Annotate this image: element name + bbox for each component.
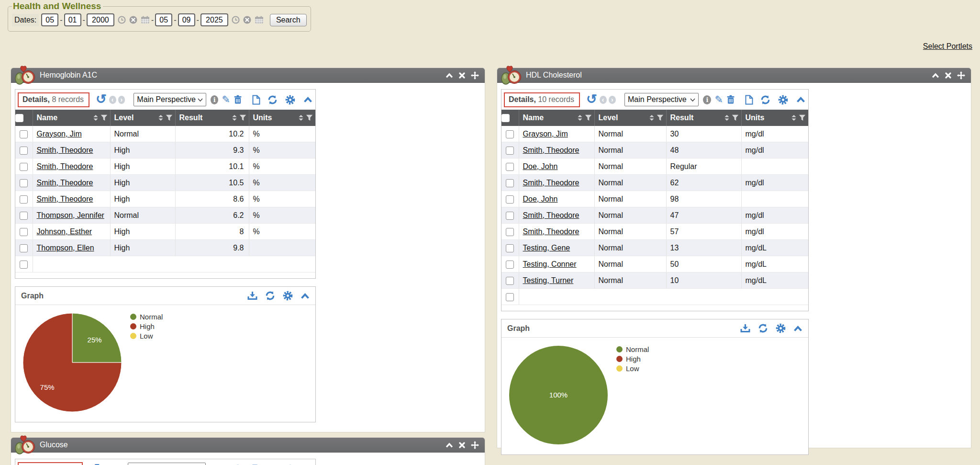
clock-icon[interactable] <box>232 16 240 24</box>
to-month-input[interactable] <box>155 13 172 26</box>
from-day-input[interactable] <box>64 13 81 26</box>
settings-gear-icon[interactable] <box>776 323 786 333</box>
patient-name-link[interactable]: Smith, Theodore <box>523 146 579 154</box>
info-icon[interactable]: i <box>703 95 711 104</box>
refresh-icon[interactable] <box>267 95 278 105</box>
patient-name-link[interactable]: Smith, Theodore <box>523 211 579 219</box>
row-checkbox[interactable] <box>20 261 28 269</box>
row-checkbox[interactable] <box>20 212 28 220</box>
from-year-input[interactable] <box>87 13 114 26</box>
row-checkbox[interactable] <box>20 147 28 155</box>
refresh-icon[interactable] <box>758 323 768 333</box>
to-day-input[interactable] <box>178 13 195 26</box>
delete-icon[interactable] <box>234 95 242 104</box>
previous-icon[interactable]: ‹ <box>109 96 116 104</box>
column-header-result[interactable]: Result <box>175 110 249 126</box>
close-portlet-icon[interactable] <box>945 72 951 79</box>
patient-name-link[interactable]: Smith, Theodore <box>523 179 579 187</box>
clock-icon[interactable] <box>118 16 126 24</box>
row-checkbox[interactable] <box>506 163 514 171</box>
patient-name-link[interactable]: Grayson, Jim <box>523 130 568 138</box>
row-checkbox[interactable] <box>506 277 514 285</box>
column-header-units[interactable]: Units <box>741 110 808 126</box>
patient-name-link[interactable]: Smith, Theodore <box>37 162 93 170</box>
perspective-select[interactable] <box>128 463 205 465</box>
row-checkbox[interactable] <box>20 163 28 171</box>
search-button[interactable]: Search <box>270 14 307 26</box>
column-header-level[interactable]: Level <box>594 110 666 126</box>
patient-name-link[interactable]: Testing, Turner <box>523 276 574 284</box>
select-all-checkbox[interactable] <box>501 114 510 122</box>
next-icon[interactable]: › <box>609 96 616 104</box>
row-checkbox[interactable] <box>506 228 514 236</box>
settings-gear-icon[interactable] <box>778 95 788 105</box>
edit-icon[interactable]: ✎ <box>222 94 230 105</box>
patient-name-link[interactable]: Doe, John <box>523 195 558 203</box>
patient-name-link[interactable]: Thompson, Jennifer <box>37 211 104 219</box>
patient-name-link[interactable]: Johnson, Esther <box>37 227 92 236</box>
patient-name-link[interactable]: Smith, Theodore <box>37 179 93 187</box>
new-page-icon[interactable] <box>745 95 753 105</box>
move-portlet-icon[interactable] <box>471 441 479 449</box>
calendar-icon[interactable] <box>255 16 264 24</box>
select-portlets-link[interactable]: Select Portlets <box>923 42 972 51</box>
edit-icon[interactable]: ✎ <box>714 94 723 105</box>
row-checkbox[interactable] <box>20 228 28 236</box>
info-icon[interactable]: i <box>211 95 219 104</box>
collapse-section-icon[interactable] <box>796 97 805 102</box>
patient-name-link[interactable]: Smith, Theodore <box>523 227 579 236</box>
patient-name-link[interactable]: Smith, Theodore <box>37 146 93 154</box>
settings-gear-icon[interactable] <box>283 291 293 301</box>
delete-icon[interactable] <box>726 95 735 104</box>
previous-icon[interactable]: ‹ <box>600 96 607 104</box>
patient-name-link[interactable]: Grayson, Jim <box>37 130 82 138</box>
collapse-section-icon[interactable] <box>793 326 802 331</box>
row-checkbox[interactable] <box>506 179 514 187</box>
calendar-icon[interactable] <box>141 16 150 24</box>
from-month-input[interactable] <box>41 13 58 26</box>
row-checkbox[interactable] <box>506 244 514 252</box>
row-checkbox[interactable] <box>506 147 514 155</box>
row-checkbox[interactable] <box>506 293 514 301</box>
row-checkbox[interactable] <box>506 195 514 204</box>
column-header-result[interactable]: Result <box>666 110 741 126</box>
collapse-section-icon[interactable] <box>301 293 310 299</box>
download-icon[interactable] <box>247 291 257 300</box>
collapse-portlet-icon[interactable] <box>932 73 939 78</box>
undo-icon[interactable]: ↺ <box>96 94 107 104</box>
row-checkbox[interactable] <box>506 261 514 269</box>
clear-date-icon[interactable] <box>129 16 137 24</box>
clear-date-icon[interactable] <box>243 16 251 24</box>
new-page-icon[interactable] <box>252 95 260 105</box>
row-checkbox[interactable] <box>20 195 28 204</box>
column-header-name[interactable]: Name <box>33 110 110 126</box>
next-icon[interactable]: › <box>118 96 125 104</box>
row-checkbox[interactable] <box>20 244 28 252</box>
undo-icon[interactable]: ↺ <box>89 464 100 465</box>
refresh-icon[interactable] <box>760 95 770 105</box>
portlet-titlebar[interactable]: Hemoglobin A1C <box>11 68 485 83</box>
patient-name-link[interactable]: Testing, Conner <box>523 260 577 268</box>
collapse-portlet-icon[interactable] <box>445 73 453 78</box>
collapse-portlet-icon[interactable] <box>445 442 453 448</box>
settings-gear-icon[interactable] <box>285 95 295 105</box>
patient-name-link[interactable]: Testing, Gene <box>523 244 570 252</box>
download-icon[interactable] <box>740 324 750 333</box>
perspective-select[interactable]: Main Perspective <box>624 93 699 106</box>
patient-name-link[interactable]: Thompson, Ellen <box>37 244 94 252</box>
collapse-section-icon[interactable] <box>303 97 312 102</box>
refresh-icon[interactable] <box>265 291 275 301</box>
portlet-titlebar[interactable]: Glucose <box>11 438 485 453</box>
row-checkbox[interactable] <box>20 179 28 187</box>
move-portlet-icon[interactable] <box>471 71 479 79</box>
patient-name-link[interactable]: Smith, Theodore <box>37 195 93 203</box>
perspective-select[interactable]: Main Perspective <box>134 93 206 106</box>
undo-icon[interactable]: ↺ <box>586 94 597 104</box>
select-all-checkbox[interactable] <box>15 114 23 122</box>
portlet-titlebar[interactable]: HDL Cholesterol <box>497 68 971 83</box>
close-portlet-icon[interactable] <box>459 72 465 79</box>
patient-name-link[interactable]: Doe, John <box>523 162 558 170</box>
column-header-level[interactable]: Level <box>110 110 175 126</box>
close-portlet-icon[interactable] <box>459 442 465 448</box>
row-checkbox[interactable] <box>506 130 514 138</box>
